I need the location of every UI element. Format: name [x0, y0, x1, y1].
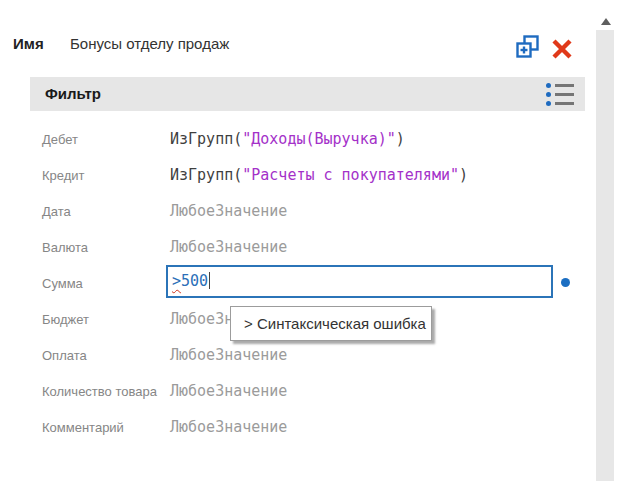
sum-input[interactable]: >500: [166, 265, 553, 298]
filter-row-comment: Комментарий ЛюбоеЗначение: [0, 409, 590, 445]
filter-section-header[interactable]: Фильтр: [30, 77, 585, 111]
duplicate-add-icon: [515, 48, 541, 63]
filter-row-credit: Кредит ИзГрупп("Расчеты с покупателями"): [0, 157, 590, 193]
payment-value-field[interactable]: ЛюбоеЗначение: [170, 346, 287, 364]
credit-value-field[interactable]: ИзГрупп("Расчеты с покупателями"): [170, 166, 468, 184]
scrollbar-track[interactable]: [596, 30, 614, 481]
debit-value-field[interactable]: ИзГрупп("Доходы(Выручка)"): [170, 130, 405, 148]
duplicate-add-button[interactable]: [514, 34, 542, 62]
modified-marker-dot: [561, 278, 570, 287]
filter-row-date: Дата ЛюбоеЗначение: [0, 193, 590, 229]
scroll-up-arrow-icon: [601, 18, 611, 25]
filter-row-debit: Дебет ИзГрупп("Доходы(Выручка)"): [0, 121, 590, 157]
list-menu-icon[interactable]: [546, 82, 576, 106]
currency-value-field[interactable]: ЛюбоеЗначение: [170, 238, 287, 256]
scroll-up-button[interactable]: [600, 16, 612, 26]
filter-section-title: Фильтр: [45, 77, 101, 111]
close-icon: [551, 48, 573, 63]
comment-value-field[interactable]: ЛюбоеЗначение: [170, 418, 287, 436]
name-field-label: Имя: [13, 35, 44, 52]
input-text: 500: [181, 272, 208, 290]
filter-editor-window: Имя Бонусы отделу продаж Фильтр Деб: [0, 0, 621, 481]
row-label: Оплата: [42, 348, 87, 363]
row-label: Кредит: [42, 168, 85, 183]
name-field-value[interactable]: Бонусы отделу продаж: [70, 35, 229, 52]
row-label: Количество товара: [42, 384, 157, 399]
row-label: Дата: [42, 204, 71, 219]
filter-row-currency: Валюта ЛюбоеЗначение: [0, 229, 590, 265]
quantity-value-field[interactable]: ЛюбоеЗначение: [170, 382, 287, 400]
row-label: Бюджет: [42, 312, 89, 327]
row-label: Дебет: [42, 132, 78, 147]
text-caret: [209, 272, 210, 289]
row-label: Валюта: [42, 240, 88, 255]
syntax-error-tooltip: > Синтаксическая ошибка: [230, 306, 432, 341]
row-label: Сумма: [42, 276, 83, 291]
filter-row-payment: Оплата ЛюбоеЗначение: [0, 337, 590, 373]
date-value-field[interactable]: ЛюбоеЗначение: [170, 202, 287, 220]
error-fragment: >: [172, 272, 181, 290]
filter-row-quantity: Количество товара ЛюбоеЗначение: [0, 373, 590, 409]
close-button[interactable]: [550, 38, 574, 62]
row-label: Комментарий: [42, 420, 124, 435]
